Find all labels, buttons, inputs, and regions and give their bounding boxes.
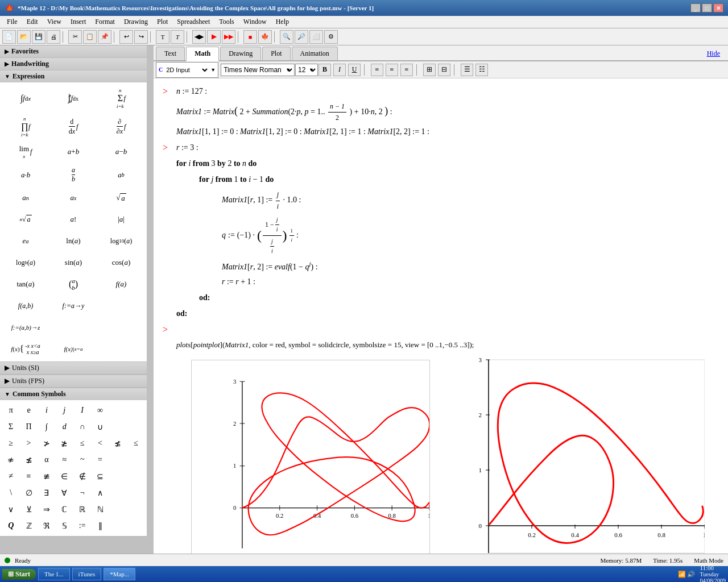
expr-log10[interactable]: log10(a) (98, 231, 144, 251)
sym-neq[interactable]: ≠ (2, 468, 19, 484)
sym-I[interactable]: I (74, 402, 91, 418)
sym-emptyset[interactable]: ∅ (20, 485, 37, 501)
toolbar-undo[interactable]: ↩ (119, 30, 133, 44)
toolbar-print[interactable]: 🖨 (47, 30, 60, 44)
sym-lt[interactable]: < (92, 435, 109, 451)
sym-in[interactable]: ∈ (56, 468, 73, 484)
sym-napprox[interactable]: ≉ (2, 452, 19, 468)
toolbar-execute-all[interactable]: ▶▶ (222, 30, 235, 44)
sym-infinity[interactable]: ∞ (92, 402, 109, 418)
size-select[interactable]: 12 10 14 18 (295, 64, 318, 76)
sym-gt[interactable]: > (20, 435, 37, 451)
content-area[interactable]: > n := 127 : · Matrix1 := Matrix( 2 + Su… (154, 78, 728, 554)
expr-factorial[interactable]: a! (50, 209, 97, 230)
expr-eval-at[interactable]: f(x)|x=a (50, 339, 97, 359)
menu-spreadsheet[interactable]: Spreadsheet (172, 16, 214, 27)
start-button[interactable]: ⊞ Start (2, 569, 36, 580)
expr-subscript-n[interactable]: an (2, 188, 49, 208)
expr-abs[interactable]: |a| (98, 209, 144, 230)
expr-product[interactable]: n ∏ i=k f (2, 113, 49, 140)
sym-ngeq[interactable]: ≱ (56, 435, 73, 451)
toolbar-execute[interactable]: ▶ (207, 30, 221, 44)
sym-setminus[interactable]: \ (2, 485, 19, 501)
taskbar-item-itunes[interactable]: iTunes (72, 568, 102, 580)
sym-j[interactable]: j (56, 402, 73, 418)
expr-exp[interactable]: ea (2, 231, 49, 251)
expr-power[interactable]: ab (98, 163, 144, 186)
toolbar-open[interactable]: 📂 (17, 30, 31, 44)
menu-window[interactable]: Window (239, 16, 271, 27)
align-right-button[interactable]: ≡ (400, 64, 413, 76)
toolbar-align-left[interactable]: ◀▶ (192, 30, 206, 44)
sym-equiv[interactable]: ≡ (20, 468, 37, 484)
toolbar-cut[interactable]: ✂ (68, 30, 82, 44)
menu-drawing[interactable]: Drawing (119, 16, 152, 27)
sym-assign[interactable]: := (74, 518, 91, 534)
toolbar-paste[interactable]: 📌 (98, 30, 111, 44)
sym-eq[interactable]: = (92, 452, 109, 468)
menu-edit[interactable]: Edit (22, 16, 43, 27)
sym-real[interactable]: ℝ (74, 501, 91, 517)
toolbar-save[interactable]: 💾 (32, 30, 46, 44)
sym-xor[interactable]: ⊻ (20, 501, 37, 517)
toolbar-options[interactable]: ⚙ (324, 30, 338, 44)
menu-plot[interactable]: Plot (152, 16, 172, 27)
sym-S[interactable]: 𝕊 (56, 518, 73, 534)
toolbar-zoom-in[interactable]: 🔍 (280, 30, 293, 44)
expr-cos[interactable]: cos(a) (98, 252, 144, 273)
sym-integers[interactable]: ℤ (20, 518, 37, 534)
numbered-list-button[interactable]: ☷ (475, 64, 488, 76)
taskbar-item-the[interactable]: The 1... (38, 568, 70, 580)
minimize-button[interactable]: _ (690, 3, 701, 13)
sym-approx[interactable]: ≈ (56, 452, 73, 468)
sym-ngtr[interactable]: ≯ (38, 435, 55, 451)
tab-drawing[interactable]: Drawing (220, 47, 261, 60)
sym-norm[interactable]: ‖ (92, 518, 109, 534)
tab-math[interactable]: Math (186, 47, 219, 61)
menu-tools[interactable]: Tools (214, 16, 239, 27)
bold-button[interactable]: B (318, 64, 331, 76)
underline-button[interactable]: U (348, 64, 361, 76)
units-si-header[interactable]: ▶ Units (SI) (0, 362, 147, 375)
expr-add[interactable]: a+b (50, 142, 97, 162)
sym-forall[interactable]: ∀ (56, 485, 73, 501)
sym-exists[interactable]: ∃ (38, 485, 55, 501)
toolbar-maple-logo[interactable]: 🍁 (258, 30, 272, 44)
expr-divide[interactable]: a b (50, 163, 97, 186)
sym-Re[interactable]: ℜ (38, 518, 55, 534)
align-center-button[interactable]: ≡ (386, 64, 398, 76)
units-fps-header[interactable]: ▶ Units (FPS) (0, 375, 147, 388)
expr-logb[interactable]: logb(a) (2, 252, 49, 273)
sym-pi[interactable]: π (2, 402, 19, 418)
expr-integral[interactable]: ∫f dx (2, 85, 49, 112)
italic-button[interactable]: I (333, 64, 346, 76)
toolbar-stop[interactable]: ■ (243, 30, 257, 44)
expr-sin[interactable]: sin(a) (50, 252, 97, 273)
sym-implies[interactable]: ⇒ (38, 501, 55, 517)
sym-e[interactable]: e (20, 402, 37, 418)
list-button[interactable]: ☰ (461, 64, 473, 76)
expr-derivative[interactable]: d dx f (50, 113, 97, 140)
sym-intersection[interactable]: ∩ (74, 419, 91, 435)
expr-subscript-x[interactable]: ax (50, 188, 97, 208)
sym-nleqq[interactable]: ≰ (20, 452, 37, 468)
expr-definite-integral[interactable]: ∫ b a f dx (50, 85, 97, 112)
sym-complex[interactable]: ℂ (56, 501, 73, 517)
menu-insert[interactable]: Insert (66, 16, 90, 27)
sym-sigma[interactable]: Σ (2, 419, 19, 435)
expr-nth-root[interactable]: n√a (2, 209, 49, 230)
toolbar-zoom-fit[interactable]: ⬜ (309, 30, 323, 44)
sym-leq2[interactable]: ≤ (127, 435, 144, 451)
menu-format[interactable]: Format (90, 16, 119, 27)
expr-sqrt[interactable]: √a (98, 188, 144, 208)
sym-leq[interactable]: ≤ (74, 435, 91, 451)
sym-subseteq[interactable]: ⊆ (92, 468, 109, 484)
indent2-button[interactable]: ⊟ (438, 64, 450, 76)
hide-button[interactable]: Hide (701, 47, 726, 60)
toolbar-zoom-out[interactable]: 🔎 (295, 30, 308, 44)
sym-i[interactable]: i (38, 402, 55, 418)
toolbar-copy[interactable]: 📋 (83, 30, 97, 44)
sym-geq[interactable]: ≥ (2, 435, 19, 451)
sym-neg[interactable]: ¬ (74, 485, 91, 501)
sym-natural[interactable]: ℕ (92, 501, 109, 517)
